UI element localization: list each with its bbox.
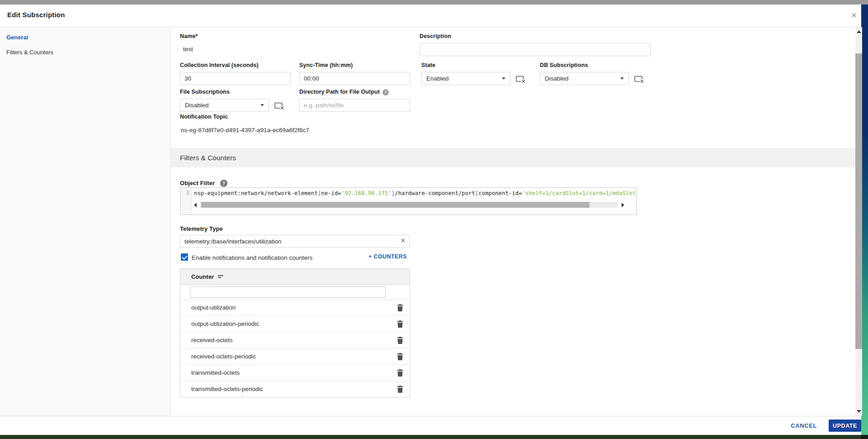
horizontal-scroll-thumb[interactable] — [201, 202, 590, 208]
state-clear-selection-icon[interactable] — [516, 76, 526, 83]
file-subscriptions-clear-selection-icon[interactable] — [274, 102, 284, 110]
trash-icon[interactable] — [397, 386, 403, 393]
scroll-down-icon[interactable] — [855, 408, 862, 415]
checkmark-icon — [182, 254, 188, 260]
notification-topic-value: ns-eg-87d8f7e0-d491-4397-a91a-ec69a6f2f8… — [180, 127, 451, 134]
object-filter-code-line[interactable]: nsp-equipment:network/network-element[ne… — [194, 190, 635, 197]
trash-icon[interactable] — [397, 304, 403, 311]
enable-notifications-label: Enable notifications and notification co… — [192, 254, 312, 261]
filters-counters-section-header: Filters & Counters — [171, 148, 855, 167]
db-subscriptions-select[interactable]: Disabled — [540, 72, 629, 85]
code-line-number-gutter: 1 — [180, 188, 192, 215]
sidebar-item-filters-counters[interactable]: Filters & Counters — [6, 49, 53, 56]
collection-interval-label: Collection Interval (seconds) — [180, 62, 291, 69]
file-subscriptions-select[interactable]: Disabled — [180, 99, 269, 112]
telemetry-type-input[interactable] — [180, 235, 410, 248]
table-row[interactable]: output-utilization-periodic — [180, 316, 410, 332]
counters-table: Counter output-utilization output-utiliz… — [180, 268, 410, 397]
modal-vertical-scrollbar[interactable] — [855, 27, 862, 416]
close-icon[interactable]: ✕ — [849, 10, 859, 20]
modal-title: Edit Subscription — [7, 11, 65, 19]
sync-time-label: Sync-Time (hh:mm) — [299, 62, 410, 69]
db-subscriptions-field: DB Subscriptions Disabled — [540, 62, 629, 85]
description-field: Description — [420, 33, 651, 56]
add-counters-button[interactable]: + COUNTERS — [368, 253, 407, 260]
file-subscriptions-label: File Subscriptions — [180, 89, 269, 95]
counter-column-header: Counter — [191, 273, 214, 280]
info-icon[interactable]: i — [382, 89, 389, 95]
horizontal-scroll-track[interactable] — [200, 202, 618, 208]
description-label: Description — [420, 33, 651, 40]
enable-notifications-checkbox[interactable] — [181, 253, 188, 261]
name-value: test — [180, 46, 291, 52]
state-label: State — [421, 62, 510, 69]
directory-path-label: Directory Path for File Outputi — [299, 89, 410, 95]
sync-time-field: Sync-Time (hh:mm) — [299, 62, 410, 85]
vertical-scroll-thumb[interactable] — [855, 53, 862, 349]
code-horizontal-scrollbar[interactable] — [192, 201, 626, 209]
trash-icon[interactable] — [397, 320, 403, 328]
telemetry-type-label: Telemetry Type — [180, 225, 223, 232]
trash-icon[interactable] — [397, 353, 403, 360]
object-filter-code-editor[interactable]: 1 nsp-equipment:network/network-element[… — [180, 187, 637, 215]
counter-filter-row — [180, 285, 410, 300]
chevron-down-icon — [502, 77, 505, 80]
bottom-window-strip — [0, 435, 868, 439]
object-filter-label-row: Object Filter ? — [180, 179, 227, 187]
cancel-button[interactable]: CANCEL — [791, 422, 817, 429]
name-label: Name* — [180, 33, 291, 40]
scroll-right-icon[interactable] — [620, 201, 626, 209]
object-filter-label: Object Filter — [180, 180, 215, 186]
trash-icon[interactable] — [397, 369, 403, 377]
bottom-corner-block — [861, 435, 868, 439]
file-subscriptions-selected-value: Disabled — [185, 102, 209, 109]
table-row[interactable]: received-octets-periodic — [180, 348, 410, 365]
counters-table-header: Counter — [180, 269, 410, 285]
sync-time-input[interactable] — [299, 72, 410, 85]
collection-interval-field: Collection Interval (seconds) — [180, 62, 291, 85]
help-icon[interactable]: ? — [220, 180, 227, 187]
filter-icon[interactable] — [218, 274, 223, 279]
scroll-up-icon[interactable] — [855, 28, 862, 35]
directory-path-field: Directory Path for File Outputi — [299, 89, 410, 112]
db-subscriptions-selected-value: Disabled — [545, 75, 569, 82]
chevron-down-icon — [620, 77, 624, 80]
name-field: Name* test — [180, 33, 291, 52]
scroll-left-icon[interactable] — [192, 201, 198, 209]
table-row[interactable]: transmitted-octets — [180, 365, 410, 381]
state-selected-value: Enabled — [426, 75, 449, 82]
modal-sidebar: General Filters & Counters — [0, 27, 171, 416]
edit-subscription-modal: Edit Subscription ✕ General Filters & Co… — [0, 5, 861, 435]
update-button[interactable]: UPDATE — [829, 420, 861, 432]
db-subscriptions-clear-selection-icon[interactable] — [634, 76, 644, 83]
counter-filter-input[interactable] — [190, 286, 386, 298]
telemetry-type-field: ✕ — [180, 235, 410, 248]
db-subscriptions-label: DB Subscriptions — [540, 62, 629, 69]
sidebar-item-general[interactable]: General — [6, 34, 28, 41]
table-row[interactable]: received-octets — [180, 332, 410, 348]
notification-topic-field: Notification Topic ns-eg-87d8f7e0-d491-4… — [180, 114, 451, 134]
background-page-edge — [861, 5, 868, 435]
state-select[interactable]: Enabled — [421, 72, 510, 85]
collection-interval-input[interactable] — [180, 72, 291, 85]
file-subscriptions-field: File Subscriptions Disabled — [180, 89, 269, 112]
notification-topic-label: Notification Topic — [180, 114, 451, 120]
directory-path-input[interactable] — [299, 99, 410, 112]
top-window-strip — [0, 0, 868, 5]
table-row[interactable]: output-utilization — [180, 300, 410, 316]
modal-footer: CANCEL UPDATE — [0, 416, 861, 435]
table-row[interactable]: transmitted-octets-periodic — [180, 381, 410, 397]
state-field: State Enabled — [421, 62, 510, 85]
clear-input-icon[interactable]: ✕ — [401, 237, 406, 244]
description-input[interactable] — [420, 43, 651, 56]
chevron-down-icon — [260, 104, 264, 106]
modal-header: Edit Subscription ✕ — [0, 5, 861, 27]
trash-icon[interactable] — [397, 337, 403, 344]
